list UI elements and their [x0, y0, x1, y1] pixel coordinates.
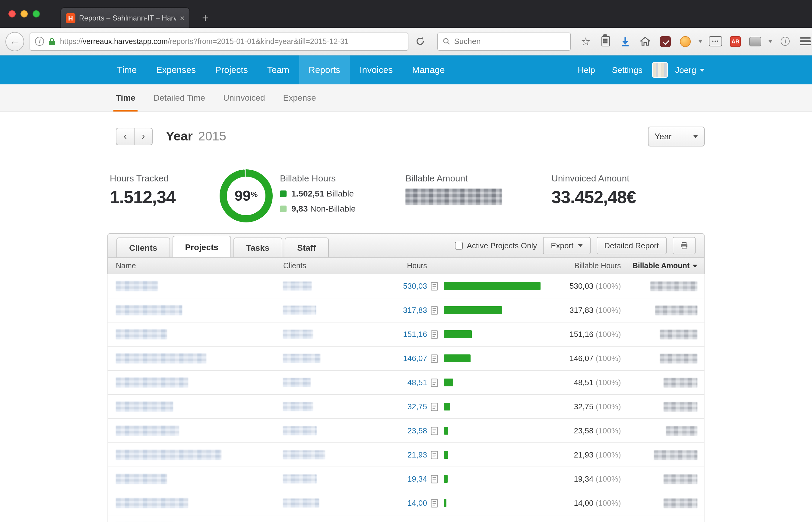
hours-link[interactable]: 23,58	[407, 426, 427, 435]
timesheet-icon[interactable]	[431, 450, 438, 459]
detailed-report-button[interactable]: Detailed Report	[596, 237, 666, 254]
tab-tasks[interactable]: Tasks	[233, 238, 282, 257]
window-close-icon[interactable]	[8, 10, 16, 18]
previous-period-button[interactable]: ‹	[116, 127, 135, 145]
tab-projects[interactable]: Projects	[172, 236, 231, 257]
user-menu[interactable]: Joerg	[675, 65, 704, 75]
table-row[interactable]: 14,00 14,00 (100%)	[108, 491, 704, 515]
subnav-item-uninvoiced[interactable]: Uninvoiced	[223, 84, 265, 112]
tab-staff[interactable]: Staff	[285, 238, 328, 257]
table-row[interactable]: 19,34 19,34 (100%)	[108, 467, 704, 491]
pocket-icon[interactable]	[659, 35, 672, 48]
timesheet-icon[interactable]	[431, 306, 438, 314]
redacted-client-name	[283, 475, 317, 483]
billable-hours-pct: (100%)	[596, 426, 621, 435]
subnav-item-detailed-time[interactable]: Detailed Time	[154, 84, 205, 112]
window-minimize-icon[interactable]	[20, 10, 28, 18]
url-path: /reports?from=2015-01-01&kind=year&till=…	[168, 37, 349, 45]
search-input[interactable]	[454, 37, 565, 46]
extension-dropdown-icon[interactable]	[699, 40, 702, 42]
active-projects-label: Active Projects Only	[467, 241, 537, 250]
redacted-project-name	[116, 498, 188, 508]
timesheet-icon[interactable]	[431, 354, 438, 363]
table-row[interactable]: 151,16 151,16 (100%)	[108, 322, 704, 347]
nav-item-team[interactable]: Team	[257, 56, 299, 84]
extension-icon[interactable]	[679, 35, 692, 48]
timesheet-icon[interactable]	[431, 426, 438, 435]
column-billable-hours[interactable]: Billable Hours	[543, 262, 621, 270]
timesheet-icon[interactable]	[431, 499, 438, 507]
table-row[interactable]: 530,03 530,03 (100%)	[108, 274, 704, 298]
table-row[interactable]: 317,83 317,83 (100%)	[108, 298, 704, 322]
tab-clients[interactable]: Clients	[116, 238, 170, 257]
download-icon[interactable]	[619, 35, 632, 48]
export-button[interactable]: Export	[543, 237, 590, 254]
hours-link[interactable]: 317,83	[403, 306, 427, 315]
extension2-icon[interactable]	[749, 35, 762, 48]
hours-link[interactable]: 151,16	[403, 330, 427, 339]
nav-item-projects[interactable]: Projects	[206, 56, 257, 84]
adblock-icon[interactable]: AB	[729, 35, 742, 48]
table-row[interactable]: 48,51 48,51 (100%)	[108, 371, 704, 395]
subnav-item-time[interactable]: Time	[116, 84, 135, 112]
timesheet-icon[interactable]	[431, 282, 438, 290]
table-row[interactable]: 32,75 32,75 (100%)	[108, 395, 704, 419]
column-clients[interactable]: Clients	[271, 262, 361, 270]
column-billable-amount[interactable]: Billable Amount	[621, 262, 704, 270]
nav-item-manage[interactable]: Manage	[402, 56, 454, 84]
table-row[interactable]: 21,93 21,93 (100%)	[108, 443, 704, 467]
hours-link[interactable]: 48,51	[407, 378, 427, 387]
new-tab-button[interactable]: +	[196, 8, 214, 28]
nav-item-reports[interactable]: Reports	[299, 56, 350, 84]
period-selector[interactable]: Year	[648, 126, 704, 146]
search-box[interactable]	[437, 32, 571, 50]
hours-bar	[444, 475, 448, 483]
hours-link[interactable]: 14,00	[407, 499, 427, 507]
nav-item-expenses[interactable]: Expenses	[147, 56, 206, 84]
nav-item-time[interactable]: Time	[108, 56, 147, 84]
menu-hamburger-icon[interactable]	[799, 35, 812, 48]
hours-bar	[444, 403, 450, 410]
browser-tab[interactable]: H Reports – Sahlmann-IT – Harv ×	[60, 7, 190, 28]
hours-link[interactable]: 21,93	[407, 450, 427, 459]
table-row[interactable]: 146,07 146,07 (100%)	[108, 347, 704, 371]
hours-link[interactable]: 19,34	[407, 475, 427, 483]
url-bar[interactable]: i https://verreaux.harvestapp.com/report…	[30, 32, 409, 50]
page-info-icon[interactable]: i	[35, 37, 44, 46]
subnav-item-expense[interactable]: Expense	[283, 84, 316, 112]
nav-item-invoices[interactable]: Invoices	[350, 56, 402, 84]
print-button[interactable]	[673, 237, 696, 254]
hours-link[interactable]: 32,75	[407, 402, 427, 411]
nav-item-help[interactable]: Help	[571, 56, 602, 84]
column-name[interactable]: Name	[108, 262, 271, 270]
table-row[interactable]: 13,77 13,77 (100%)	[108, 515, 704, 522]
window-zoom-icon[interactable]	[33, 10, 40, 18]
reading-list-icon[interactable]	[599, 35, 612, 48]
nav-item-settings[interactable]: Settings	[605, 56, 650, 84]
timesheet-icon[interactable]	[431, 378, 438, 387]
timesheet-icon[interactable]	[431, 402, 438, 411]
active-projects-checkbox[interactable]	[455, 242, 463, 249]
extension2-dropdown-icon[interactable]	[769, 40, 772, 42]
tab-close-icon[interactable]: ×	[180, 14, 185, 22]
browser-tab-bar: H Reports – Sahlmann-IT – Harv × +	[0, 0, 812, 28]
stat-label: Hours Tracked	[110, 173, 219, 183]
column-hours[interactable]: Hours	[361, 262, 427, 270]
hours-link[interactable]: 146,07	[403, 354, 427, 363]
back-button[interactable]: ←	[5, 32, 24, 51]
more-tools-icon[interactable]: •••	[709, 35, 722, 48]
table-row[interactable]: 23,58 23,58 (100%)	[108, 419, 704, 443]
hours-link[interactable]: 530,03	[403, 281, 427, 290]
bookmark-star-icon[interactable]: ☆	[579, 35, 593, 48]
reload-button[interactable]	[412, 32, 428, 50]
home-icon[interactable]	[639, 35, 652, 48]
timesheet-icon[interactable]	[431, 475, 438, 483]
redacted-client-name	[283, 450, 326, 459]
info-circle-icon[interactable]: i	[779, 35, 792, 48]
active-projects-toggle[interactable]: Active Projects Only	[455, 241, 537, 250]
chevron-down-icon	[578, 244, 582, 247]
timesheet-icon[interactable]	[431, 330, 438, 339]
printer-icon	[680, 241, 688, 250]
user-avatar[interactable]	[652, 62, 668, 78]
next-period-button[interactable]: ›	[134, 127, 153, 145]
